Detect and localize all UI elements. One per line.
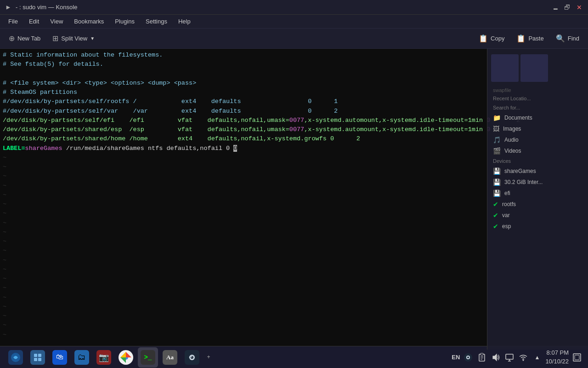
esp-label: esp (502, 223, 511, 230)
clock-time: 8:07 PM (545, 349, 569, 357)
audio-item[interactable]: 🎵 Audio (487, 134, 588, 145)
system-clock[interactable]: 8:07 PM 10/10/22 (545, 349, 569, 365)
sharegames-item[interactable]: 💾 shareGames (487, 166, 588, 177)
menu-bookmarks[interactable]: Bookmarks (69, 16, 108, 27)
add-taskbar-item-button[interactable]: + (204, 347, 213, 368)
menu-view[interactable]: View (45, 16, 68, 27)
files-button[interactable]: 🗂 (72, 347, 92, 368)
menu-plugins[interactable]: Plugins (110, 16, 139, 27)
clipboard-icon[interactable] (476, 352, 487, 363)
new-tab-button[interactable]: ⊕ New Tab (4, 31, 45, 46)
thumbnail-area (487, 52, 588, 85)
audio-label: Audio (504, 137, 519, 143)
svg-rect-1 (34, 354, 37, 357)
images-item[interactable]: 🖼 Images (487, 123, 588, 134)
thumb-2 (520, 54, 548, 82)
font-button[interactable]: Aa (160, 347, 180, 368)
search-for-header: Search for... (487, 103, 588, 112)
svg-rect-14 (481, 353, 483, 355)
sharegames-icon: 💾 (493, 167, 501, 175)
find-icon: 🔍 (556, 34, 565, 43)
videos-item[interactable]: 🎬 Videos (487, 145, 588, 156)
menu-edit[interactable]: Edit (24, 16, 44, 27)
documents-label: Documents (504, 115, 532, 121)
rootfs-item[interactable]: ✔ rootfs (487, 199, 588, 210)
efi-item[interactable]: 💾 efi (487, 188, 588, 199)
videos-icon: 🎬 (493, 147, 501, 155)
window-controls: 🗕 🗗 ✕ (550, 2, 584, 12)
display-icon[interactable] (504, 352, 515, 363)
steam-button[interactable] (182, 347, 202, 368)
wifi-icon[interactable] (518, 352, 529, 363)
sharegames-label: shareGames (504, 168, 536, 174)
efi-icon: 💾 (493, 190, 501, 197)
file-panel: swapfile Recent Locatio... Search for...… (487, 49, 588, 350)
task-switcher-button[interactable] (28, 347, 48, 368)
screenshot-icon: 📷 (96, 350, 111, 365)
svg-point-21 (523, 359, 524, 361)
steamos-button[interactable] (6, 347, 26, 368)
steam-icon (185, 350, 199, 365)
chrome-button[interactable] (116, 347, 136, 368)
find-label: Find (568, 35, 579, 42)
paste-icon: 📋 (516, 34, 526, 43)
main-area: # Static information about the filesyste… (0, 49, 588, 350)
maximize-button[interactable]: 🗗 (562, 2, 572, 12)
expand-tray-icon[interactable]: ▲ (531, 352, 543, 363)
window-title: - : sudo vim — Konsole (16, 4, 77, 11)
titlebar-left: ▶ - : sudo vim — Konsole (4, 3, 77, 12)
files-icon: 🗂 (74, 350, 89, 365)
screenshot-button[interactable]: 📷 (94, 347, 114, 368)
var-icon: ✔ (493, 212, 498, 219)
menu-help[interactable]: Help (174, 16, 195, 27)
documents-icon: 📁 (493, 114, 501, 121)
svg-rect-18 (506, 354, 513, 359)
esp-item[interactable]: ✔ esp (487, 221, 588, 232)
split-view-chevron: ▼ (90, 36, 95, 41)
efi-label: efi (504, 190, 510, 196)
new-tab-icon: ⊕ (9, 34, 15, 43)
30gib-icon: 💾 (493, 178, 501, 186)
copy-label: Copy (491, 35, 504, 42)
paste-label: Paste (528, 35, 543, 42)
videos-label: Videos (504, 148, 521, 154)
swapfile-label: swapfile (487, 86, 588, 94)
menu-file[interactable]: File (4, 16, 23, 27)
thumb-1 (491, 54, 519, 82)
copy-icon: 📋 (479, 34, 488, 43)
discover-button[interactable]: 🛍 (50, 347, 70, 368)
var-label: var (502, 212, 510, 218)
var-item[interactable]: ✔ var (487, 210, 588, 221)
clock-date: 10/10/22 (545, 357, 569, 366)
terminal-button[interactable]: >_ (138, 347, 158, 368)
menu-settings[interactable]: Settings (141, 16, 172, 27)
titlebar: ▶ - : sudo vim — Konsole 🗕 🗗 ✕ (0, 0, 588, 15)
esp-icon: ✔ (493, 223, 498, 230)
images-icon: 🖼 (493, 125, 499, 132)
discover-icon: 🛍 (52, 350, 67, 365)
volume-icon[interactable] (490, 352, 501, 363)
30gib-label: 30.2 GiB Inter... (504, 179, 543, 185)
terminal-title-icon: ▶ (4, 3, 13, 12)
find-button[interactable]: 🔍 Find (551, 31, 584, 46)
steam-tray-icon[interactable] (463, 352, 474, 363)
split-view-icon: ⊞ (52, 34, 58, 43)
documents-item[interactable]: 📁 Documents (487, 112, 588, 123)
toolbar: ⊕ New Tab ⊞ Split View ▼ 📋 Copy 📋 Paste … (0, 29, 588, 49)
split-view-button[interactable]: ⊞ Split View ▼ (47, 31, 100, 46)
font-icon: Aa (163, 350, 177, 365)
audio-icon: 🎵 (493, 136, 501, 144)
paste-button[interactable]: 📋 Paste (511, 31, 548, 46)
svg-rect-22 (573, 354, 581, 361)
toolbar-right: 📋 Copy 📋 Paste 🔍 Find (474, 31, 584, 46)
copy-button[interactable]: 📋 Copy (474, 31, 509, 46)
fullscreen-icon[interactable] (571, 352, 582, 363)
rootfs-icon: ✔ (493, 201, 498, 208)
close-button[interactable]: ✕ (574, 2, 584, 12)
images-label: Images (503, 126, 521, 132)
new-tab-label: New Tab (17, 35, 40, 42)
minimize-button[interactable]: 🗕 (550, 2, 560, 12)
menubar: File Edit View Bookmarks Plugins Setting… (0, 15, 588, 29)
30gib-item[interactable]: 💾 30.2 GiB Inter... (487, 177, 588, 188)
svg-point-12 (467, 356, 469, 358)
